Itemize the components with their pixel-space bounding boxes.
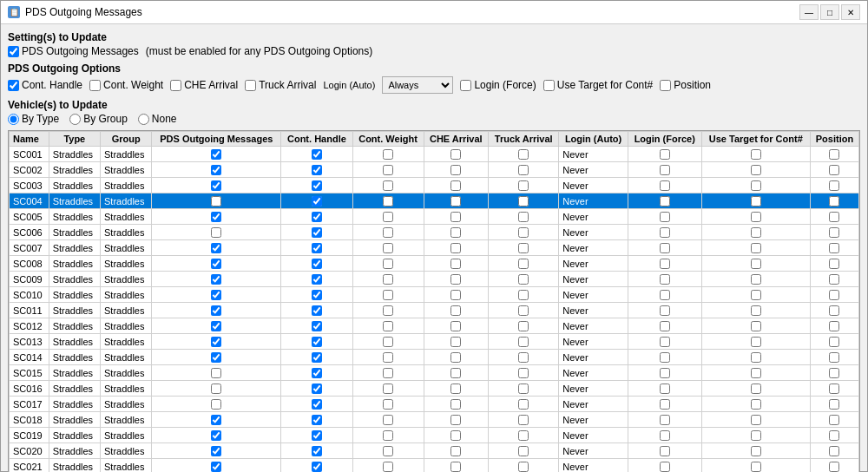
table-row[interactable]: SC006StraddlesStraddlesNever	[10, 225, 859, 240]
col-name: Name	[10, 132, 49, 147]
none-radio-item: None	[138, 113, 177, 125]
table-row[interactable]: SC012StraddlesStraddlesNever	[10, 318, 859, 334]
col-group: Group	[100, 132, 151, 147]
table-row[interactable]: SC005StraddlesStraddlesNever	[10, 209, 859, 225]
position-checkbox[interactable]	[660, 80, 671, 91]
use-target-option: Use Target for Cont#	[543, 79, 654, 91]
by-group-radio[interactable]	[69, 114, 81, 125]
cont-weight-option: Cont. Weight	[89, 79, 163, 91]
table-row[interactable]: SC003StraddlesStraddlesNever	[10, 178, 859, 193]
table-row[interactable]: SC021StraddlesStraddlesNever	[10, 459, 859, 473]
login-auto-text: Login (Auto)	[323, 80, 375, 90]
options-section-label: PDS Outgoing Options	[8, 62, 860, 75]
table-row[interactable]: SC020StraddlesStraddlesNever	[10, 443, 859, 459]
col-cont-weight: Cont. Weight	[352, 132, 424, 147]
window-controls: — □ ✕	[799, 4, 860, 20]
login-auto-select[interactable]: Always Never Conditional	[382, 76, 453, 94]
by-type-label: By Type	[22, 113, 59, 125]
vehicles-section: Vehicle(s) to Update By Type By Group No…	[8, 99, 860, 127]
col-position: Position	[810, 132, 858, 147]
position-label: Position	[674, 79, 711, 91]
col-truck-arrival: Truck Arrival	[489, 132, 559, 147]
col-cont-handle: Cont. Handle	[281, 132, 352, 147]
maximize-button[interactable]: □	[820, 4, 839, 20]
truck-arrival-label: Truck Arrival	[259, 79, 316, 91]
data-table-container[interactable]: Name Type Group PDS Outgoing Messages Co…	[8, 130, 860, 472]
table-body: SC001StraddlesStraddlesNeverSC002Straddl…	[10, 147, 859, 473]
col-type: Type	[49, 132, 100, 147]
app-icon: 📋	[8, 6, 20, 18]
by-type-radio[interactable]	[8, 114, 19, 125]
vehicles-table: Name Type Group PDS Outgoing Messages Co…	[9, 131, 859, 472]
login-force-checkbox[interactable]	[460, 80, 471, 91]
pds-messages-label: PDS Outgoing Messages	[22, 45, 139, 57]
table-row[interactable]: SC011StraddlesStraddlesNever	[10, 303, 859, 318]
table-row[interactable]: SC002StraddlesStraddlesNever	[10, 162, 859, 178]
window-title: PDS Outgoing Messages	[25, 6, 142, 18]
title-bar-left: 📋 PDS Outgoing Messages	[8, 6, 142, 18]
none-label: None	[152, 113, 177, 125]
pds-messages-checkbox[interactable]	[8, 46, 19, 57]
cont-handle-option: Cont. Handle	[8, 79, 82, 91]
use-target-label: Use Target for Cont#	[557, 79, 654, 91]
main-window: 📋 PDS Outgoing Messages — □ ✕ Setting(s)…	[0, 0, 868, 472]
cont-handle-label: Cont. Handle	[22, 79, 82, 91]
truck-arrival-option: Truck Arrival	[245, 79, 316, 91]
options-section: PDS Outgoing Options Cont. Handle Cont. …	[8, 62, 860, 95]
minimize-button[interactable]: —	[799, 4, 819, 20]
table-row[interactable]: SC009StraddlesStraddlesNever	[10, 272, 859, 287]
cont-weight-label: Cont. Weight	[103, 79, 163, 91]
content-area: Setting(s) to Update PDS Outgoing Messag…	[1, 24, 867, 472]
vehicles-section-label: Vehicle(s) to Update	[8, 99, 860, 111]
cont-weight-checkbox[interactable]	[89, 80, 101, 91]
truck-arrival-checkbox[interactable]	[245, 80, 256, 91]
by-type-radio-item: By Type	[8, 113, 59, 125]
table-row[interactable]: SC013StraddlesStraddlesNever	[10, 334, 859, 350]
by-group-label: By Group	[83, 113, 128, 125]
che-arrival-label: CHE Arrival	[184, 79, 238, 91]
use-target-checkbox[interactable]	[543, 80, 555, 91]
table-row[interactable]: SC017StraddlesStraddlesNever	[10, 397, 859, 412]
settings-section-label: Setting(s) to Update	[8, 31, 860, 43]
table-row[interactable]: SC019StraddlesStraddlesNever	[10, 428, 859, 443]
pds-messages-note: (must be enabled for any PDS Outgoing Op…	[146, 45, 372, 57]
position-option: Position	[660, 79, 711, 91]
table-row[interactable]: SC001StraddlesStraddlesNever	[10, 147, 859, 162]
table-row[interactable]: SC016StraddlesStraddlesNever	[10, 381, 859, 397]
cont-handle-checkbox[interactable]	[8, 80, 19, 91]
table-row[interactable]: SC010StraddlesStraddlesNever	[10, 287, 859, 303]
col-pds: PDS Outgoing Messages	[152, 132, 281, 147]
settings-row: PDS Outgoing Messages (must be enabled f…	[8, 45, 860, 57]
col-che-arrival: CHE Arrival	[424, 132, 489, 147]
table-row[interactable]: SC015StraddlesStraddlesNever	[10, 365, 859, 381]
col-use-target: Use Target for Cont#	[701, 132, 810, 147]
login-force-label: Login (Force)	[474, 79, 536, 91]
table-row[interactable]: SC008StraddlesStraddlesNever	[10, 256, 859, 272]
table-header-row: Name Type Group PDS Outgoing Messages Co…	[10, 132, 859, 147]
title-bar: 📋 PDS Outgoing Messages — □ ✕	[1, 1, 867, 24]
table-row[interactable]: SC014StraddlesStraddlesNever	[10, 350, 859, 365]
col-login-auto: Login (Auto)	[559, 132, 628, 147]
vehicles-row: By Type By Group None	[8, 113, 860, 125]
pds-messages-checkbox-item: PDS Outgoing Messages	[8, 45, 139, 57]
settings-section: Setting(s) to Update PDS Outgoing Messag…	[8, 31, 860, 59]
none-radio[interactable]	[138, 114, 149, 125]
table-row[interactable]: SC007StraddlesStraddlesNever	[10, 240, 859, 256]
options-row: Cont. Handle Cont. Weight CHE Arrival Tr…	[8, 76, 860, 94]
table-row[interactable]: SC004StraddlesStraddlesNever	[10, 193, 859, 209]
col-login-force: Login (Force)	[628, 132, 701, 147]
table-row[interactable]: SC018StraddlesStraddlesNever	[10, 412, 859, 428]
login-force-option: Login (Force)	[460, 79, 536, 91]
che-arrival-checkbox[interactable]	[170, 80, 181, 91]
close-button[interactable]: ✕	[841, 4, 860, 20]
che-arrival-option: CHE Arrival	[170, 79, 238, 91]
by-group-radio-item: By Group	[69, 113, 128, 125]
